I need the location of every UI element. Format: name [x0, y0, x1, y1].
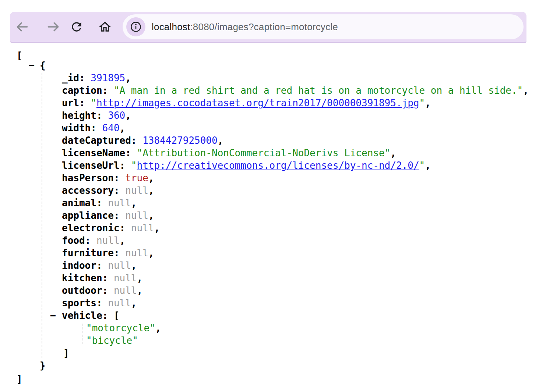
array-item-value: "motorcycle": [86, 322, 155, 334]
json-string: "Attribution-NonCommercial-NoDerivs Lice…: [137, 147, 391, 158]
quote: ": [91, 97, 96, 108]
colon: :: [131, 135, 142, 146]
json-key-food: food: [62, 235, 85, 246]
json-key-vehicle: vehicle: [62, 310, 102, 321]
colon: :: [125, 147, 137, 158]
json-key-width: width: [62, 122, 91, 133]
field-line-kitchen: kitchen: null,: [38, 272, 529, 284]
comma: ,: [148, 247, 154, 259]
field-line-electronic: electronic: null,: [38, 222, 529, 234]
array-close-line: ]: [38, 347, 529, 359]
comma: ,: [125, 110, 131, 121]
field-line-vehicle: −vehicle: [: [38, 309, 529, 322]
colon: :: [114, 172, 125, 183]
comma: ,: [218, 135, 223, 146]
field-line-food: food: null,: [38, 234, 529, 247]
reload-icon: [70, 20, 84, 34]
quote: ": [419, 160, 425, 171]
field-line-accessory: accessory: null,: [38, 184, 529, 197]
comma: ,: [148, 172, 154, 183]
colon: :: [85, 235, 96, 246]
comma: ,: [523, 85, 529, 96]
comma: ,: [125, 72, 131, 83]
home-icon: [98, 20, 112, 34]
url-host: localhost: [152, 21, 190, 32]
url-text: localhost:8080/images?caption=motorcycle: [152, 21, 338, 33]
back-button[interactable]: [14, 19, 30, 35]
json-number: 640: [102, 122, 120, 133]
reload-button[interactable]: [68, 19, 85, 35]
colon: :: [114, 247, 125, 259]
json-boolean: true: [125, 172, 148, 183]
colon: :: [114, 210, 125, 221]
comma: ,: [131, 197, 137, 209]
comma: ,: [131, 260, 137, 271]
colon: :: [96, 297, 108, 309]
json-link-url[interactable]: http://images.cocodataset.org/train2017/…: [96, 97, 419, 108]
quote: ": [419, 97, 425, 108]
json-null: null: [108, 297, 131, 309]
quote: ": [131, 160, 137, 171]
array-collapse-toggle[interactable]: −: [50, 309, 56, 322]
array-item-line: "motorcycle",: [38, 322, 529, 334]
site-info-button[interactable]: [126, 17, 145, 36]
comma: ,: [425, 160, 431, 171]
object-open-line: {: [38, 59, 529, 72]
url-bar[interactable]: localhost:8080/images?caption=motorcycle: [123, 14, 524, 39]
comma: ,: [137, 285, 143, 296]
field-line-appliance: appliance: null,: [38, 209, 529, 222]
comma: ,: [390, 147, 396, 158]
close-brace: }: [40, 360, 46, 371]
colon: :: [79, 72, 91, 83]
root-array-open-bracket: [: [17, 49, 22, 62]
colon: :: [114, 185, 125, 196]
array-open-bracket: : [: [102, 310, 120, 321]
home-button[interactable]: [97, 19, 113, 35]
json-string: "A man in a red shirt and a red hat is o…: [114, 85, 523, 96]
forward-button[interactable]: [45, 19, 61, 35]
array-item-line: "bicycle": [38, 334, 529, 347]
field-line-url: url: "http://images.cocodataset.org/trai…: [38, 97, 529, 109]
json-number: 391895: [91, 72, 125, 83]
array-item-value: "bicycle": [86, 335, 138, 346]
json-key-furniture: furniture: [62, 247, 114, 259]
json-null: null: [114, 272, 137, 284]
comma: ,: [425, 97, 431, 108]
comma: ,: [154, 222, 160, 234]
colon: :: [120, 160, 131, 171]
comma: ,: [155, 322, 161, 334]
json-key-caption: caption: [62, 85, 102, 96]
colon: :: [102, 285, 114, 296]
json-null: null: [108, 260, 131, 271]
array-close-bracket: ]: [63, 348, 69, 359]
json-number: 1384427925000: [142, 135, 218, 146]
colon: :: [91, 122, 102, 133]
json-key-appliance: appliance: [62, 210, 114, 221]
json-key-electronic: electronic: [62, 222, 120, 234]
field-line-caption: caption: "A man in a red shirt and a red…: [38, 84, 529, 97]
colon: :: [102, 85, 114, 96]
root-array-close-bracket: ]: [17, 373, 22, 385]
open-brace: {: [40, 60, 46, 71]
json-key-accessory: accessory: [62, 185, 114, 196]
json-key-_id: _id: [62, 72, 79, 83]
object-close-line: }: [38, 359, 529, 372]
comma: ,: [131, 297, 137, 309]
json-key-indoor: indoor: [62, 260, 96, 271]
comma: ,: [148, 185, 154, 196]
indent-guide-object: [42, 73, 42, 358]
browser-toolbar: localhost:8080/images?caption=motorcycle: [10, 12, 526, 43]
field-line-width: width: 640,: [38, 122, 529, 134]
json-link-licenseUrl[interactable]: http://creativecommons.org/licenses/by-n…: [137, 160, 419, 171]
object-collapse-toggle[interactable]: −: [29, 59, 35, 71]
json-null: null: [108, 197, 131, 209]
json-key-dateCaptured: dateCaptured: [62, 135, 131, 146]
json-key-sports: sports: [62, 297, 96, 309]
url-path-query: :8080/images?caption=motorcycle: [190, 21, 338, 32]
colon: :: [96, 260, 108, 271]
colon: :: [96, 110, 108, 121]
json-key-licenseUrl: licenseUrl: [62, 160, 120, 171]
field-line-furniture: furniture: null,: [38, 247, 529, 259]
indent-guide-array: [82, 324, 82, 344]
field-line-licenseName: licenseName: "Attribution-NonCommercial-…: [38, 147, 529, 159]
